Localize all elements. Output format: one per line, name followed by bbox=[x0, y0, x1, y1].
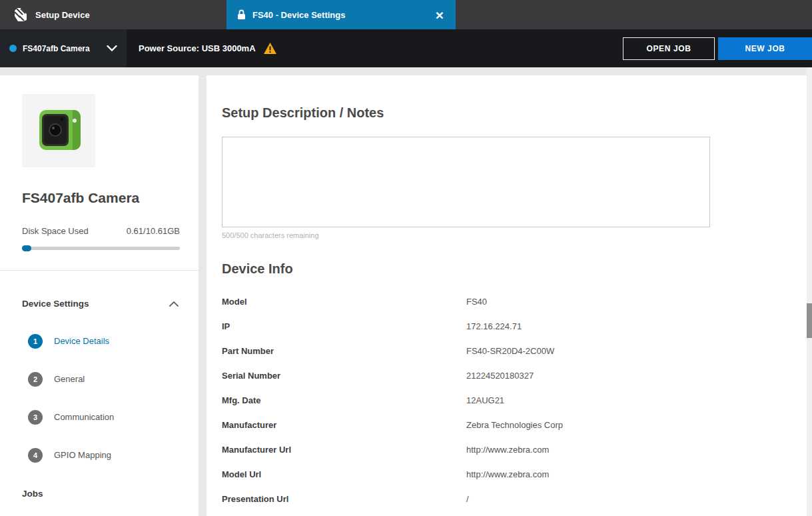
device-info-title: Device Info bbox=[222, 261, 807, 277]
device-image bbox=[22, 94, 95, 167]
device-selector-label: FS407afb Camera bbox=[23, 44, 101, 53]
device-info-table: Model FS40 IP 172.16.224.71 Part Number … bbox=[222, 297, 807, 504]
info-value: FS40-SR20D4-2C00W bbox=[466, 346, 554, 356]
section-jobs[interactable]: Jobs bbox=[22, 489, 199, 499]
camera-illustration bbox=[22, 94, 95, 167]
disk-space-row: Disk Space Used 0.61/10.61GB bbox=[22, 226, 180, 236]
info-value: http://www.zebra.com bbox=[466, 469, 549, 479]
step-label: General bbox=[54, 374, 85, 384]
scrollbar[interactable] bbox=[807, 67, 812, 516]
info-value: 172.16.224.71 bbox=[466, 321, 522, 331]
new-job-button[interactable]: NEW JOB bbox=[718, 37, 812, 60]
info-value: 21224520180327 bbox=[466, 371, 534, 381]
tab-setup-device[interactable]: Setup Device bbox=[0, 0, 226, 29]
power-source-status: Power Source: USB 3000mA bbox=[139, 43, 256, 53]
table-row: Manufacturer Url http://www.zebra.com bbox=[222, 445, 807, 455]
main-panel: Setup Description / Notes 500/500 charac… bbox=[206, 75, 807, 516]
step-number: 4 bbox=[28, 448, 43, 463]
disk-usage-bar bbox=[22, 247, 180, 250]
section-device-settings-label: Device Settings bbox=[22, 299, 89, 309]
notes-helper: 500/500 characters remaining bbox=[222, 231, 807, 239]
close-icon[interactable]: × bbox=[434, 8, 445, 22]
info-label: Presentation Url bbox=[222, 494, 466, 504]
info-label: Model bbox=[222, 297, 466, 307]
disk-usage-fill bbox=[22, 245, 31, 251]
info-label: Part Number bbox=[222, 346, 466, 356]
step-label: Device Details bbox=[54, 336, 109, 346]
info-value: FS40 bbox=[466, 297, 487, 307]
notes-textarea[interactable] bbox=[222, 137, 710, 227]
table-row: Model Url http://www.zebra.com bbox=[222, 469, 807, 479]
device-name: FS407afb Camera bbox=[22, 190, 199, 206]
info-label: Serial Number bbox=[222, 371, 466, 381]
table-row: Presentation Url / bbox=[222, 494, 807, 504]
info-value: http://www.zebra.com bbox=[466, 445, 549, 455]
step-label: Communication bbox=[54, 412, 114, 422]
info-value: Zebra Technologies Corp bbox=[466, 420, 563, 430]
table-row: Part Number FS40-SR20D4-2C00W bbox=[222, 346, 807, 356]
tab-setup-device-label: Setup Device bbox=[35, 10, 90, 20]
scrollbar-thumb[interactable] bbox=[807, 303, 812, 338]
table-row: Model FS40 bbox=[222, 297, 807, 307]
disk-space-value: 0.61/10.61GB bbox=[127, 226, 180, 236]
table-row: Serial Number 21224520180327 bbox=[222, 371, 807, 381]
table-row: IP 172.16.224.71 bbox=[222, 321, 807, 331]
info-label: Mfg. Date bbox=[222, 395, 466, 405]
sidebar-item-general[interactable]: 2 General bbox=[0, 360, 199, 398]
info-label: IP bbox=[222, 321, 466, 331]
open-job-button[interactable]: OPEN JOB bbox=[623, 37, 715, 60]
steps-nav: 1 Device Details 2 General 3 Communicati… bbox=[0, 322, 199, 474]
step-number: 2 bbox=[28, 372, 43, 387]
sidebar: FS407afb Camera Disk Space Used 0.61/10.… bbox=[0, 75, 199, 516]
notes-title: Setup Description / Notes bbox=[222, 105, 807, 121]
lock-icon bbox=[237, 9, 246, 20]
chevron-down-icon bbox=[107, 45, 117, 51]
section-device-settings[interactable]: Device Settings bbox=[22, 299, 179, 309]
info-value: / bbox=[466, 494, 469, 504]
step-number: 3 bbox=[28, 410, 43, 425]
sidebar-item-gpio-mapping[interactable]: 4 GPIO Mapping bbox=[0, 436, 199, 474]
step-label: GPIO Mapping bbox=[54, 450, 111, 460]
info-value: 12AUG21 bbox=[466, 395, 504, 405]
disk-space-label: Disk Space Used bbox=[22, 226, 89, 236]
tab-device-settings[interactable]: FS40 - Device Settings × bbox=[226, 0, 456, 29]
divider bbox=[0, 270, 199, 271]
device-status-dot bbox=[9, 45, 17, 52]
warning-icon bbox=[264, 43, 276, 54]
sidebar-item-device-details[interactable]: 1 Device Details bbox=[0, 322, 199, 360]
table-row: Manufacturer Zebra Technologies Corp bbox=[222, 420, 807, 430]
chevron-up-icon bbox=[169, 301, 179, 307]
step-number: 1 bbox=[28, 334, 43, 349]
toolbar: FS407afb Camera Power Source: USB 3000mA… bbox=[0, 29, 812, 67]
table-row: Mfg. Date 12AUG21 bbox=[222, 395, 807, 405]
info-label: Manufacturer bbox=[222, 420, 466, 430]
info-label: Manufacturer Url bbox=[222, 445, 466, 455]
sidebar-item-communication[interactable]: 3 Communication bbox=[0, 398, 199, 436]
device-selector-dropdown[interactable]: FS407afb Camera bbox=[0, 29, 127, 67]
tab-bar: Setup Device FS40 - Device Settings × bbox=[0, 0, 812, 29]
tab-device-settings-label: FS40 - Device Settings bbox=[252, 10, 428, 20]
zebra-logo-icon bbox=[12, 7, 28, 23]
info-label: Model Url bbox=[222, 469, 466, 479]
